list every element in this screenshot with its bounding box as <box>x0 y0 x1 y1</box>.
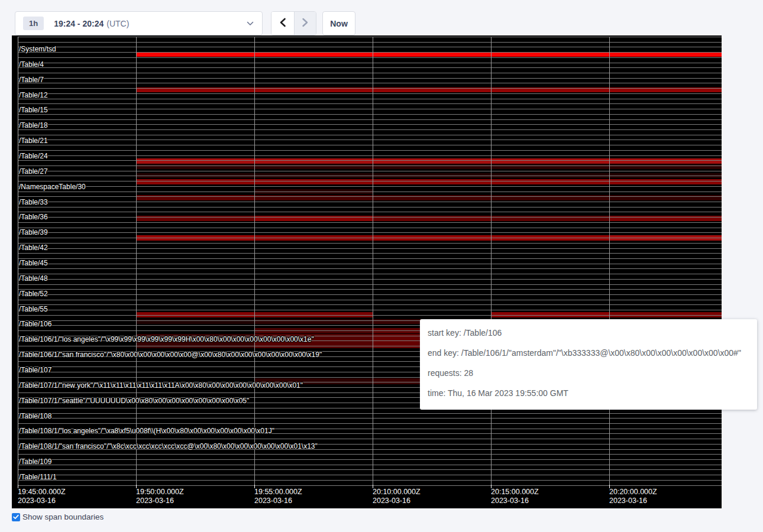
span-boundary-line <box>18 465 722 465</box>
row-label: /Table/48 <box>19 275 48 282</box>
row-label: /Table/33 <box>19 199 48 206</box>
span-boundary-line <box>18 279 722 280</box>
y-axis-line <box>18 37 18 485</box>
row-label: /Table/21 <box>19 137 48 144</box>
span-boundary-line <box>18 150 722 151</box>
chevron-left-icon <box>279 18 286 29</box>
now-button[interactable]: Now <box>322 11 355 35</box>
bucket-tooltip: start key: /Table/106 end key: /Table/10… <box>420 319 757 410</box>
time-grid-line <box>254 37 255 485</box>
footer: Show span boundaries <box>12 512 104 521</box>
row-label: /System/tsd <box>19 46 56 53</box>
time-grid-line <box>136 37 137 485</box>
row-label: /NamespaceTable/30 <box>19 183 86 190</box>
span-boundary-line <box>18 42 722 43</box>
x-axis-tick-label: 19:55:00.000Z2023-03-16 <box>254 488 302 505</box>
time-grid-line <box>609 37 610 485</box>
row-label: /Table/108/1/"san francisco"/"\x8c\xcc\x… <box>19 443 318 450</box>
span-boundary-line <box>18 253 722 254</box>
span-boundary-line <box>18 99 722 99</box>
span-boundary-line <box>18 202 722 202</box>
span-boundary-line <box>18 243 722 244</box>
span-boundary-line <box>18 47 722 47</box>
span-boundary-line <box>18 268 722 269</box>
row-label: /Table/39 <box>19 229 48 236</box>
span-boundary-line <box>18 238 722 238</box>
span-boundary-line <box>18 207 722 207</box>
span-boundary-line <box>18 304 722 305</box>
span-boundary-line <box>18 248 722 249</box>
span-boundary-line <box>18 222 722 223</box>
time-forward-button[interactable] <box>294 12 316 35</box>
span-boundary-line <box>18 413 722 414</box>
span-boundary-line <box>18 228 722 228</box>
span-boundary-line <box>18 93 722 94</box>
span-boundary-line <box>18 232 722 233</box>
x-axis-tick-label: 20:15:00.000Z2023-03-16 <box>491 488 539 505</box>
row-label: /Table/108/1/"los angeles"/"\xa8\xf5\u00… <box>19 427 274 434</box>
span-boundary-line <box>18 475 722 475</box>
heat-band <box>136 52 722 57</box>
span-boundary-line <box>18 135 722 135</box>
span-boundary-line <box>18 294 722 295</box>
span-boundary-line <box>18 67 722 68</box>
span-boundary-line <box>18 119 722 120</box>
span-boundary-line <box>18 310 722 310</box>
span-boundary-line <box>18 186 722 187</box>
row-label: /Table/12 <box>19 92 48 99</box>
time-range-selector[interactable]: 1h 19:24 - 20:24 (UTC) <box>15 11 263 35</box>
span-boundary-line <box>18 129 722 130</box>
row-label: /Table/27 <box>19 168 48 175</box>
heat-band <box>136 158 722 164</box>
time-range-zone: (UTC) <box>106 19 129 28</box>
span-boundary-line <box>18 57 722 58</box>
span-boundary-line <box>18 439 722 439</box>
row-label: /Table/108 <box>19 413 51 420</box>
row-label: /Table/4 <box>19 61 44 68</box>
show-span-boundaries-label: Show span boundaries <box>22 512 104 521</box>
row-label: /Table/106/1/"san francisco"/"\x80\x00\x… <box>19 351 322 358</box>
chevron-right-icon <box>302 18 309 29</box>
time-range-duration-badge: 1h <box>23 17 44 30</box>
row-label: /Table/106 <box>19 320 51 327</box>
span-boundary-line <box>18 217 722 218</box>
tooltip-requests: requests: 28 <box>428 367 749 379</box>
span-boundary-line <box>18 196 722 197</box>
x-axis-tick-label: 19:50:00.000Z2023-03-16 <box>136 488 184 505</box>
row-label: /Table/24 <box>19 153 48 160</box>
span-boundary-line <box>18 300 722 300</box>
span-boundary-line <box>18 160 722 161</box>
row-label: /Table/42 <box>19 244 48 251</box>
span-boundary-line <box>18 469 722 470</box>
chevron-down-icon <box>247 21 254 26</box>
span-boundary-line <box>18 212 722 212</box>
tooltip-end-key: end key: /Table/106/1/"amsterdam"/"\xb33… <box>428 347 749 359</box>
span-boundary-line <box>18 284 722 285</box>
span-boundary-line <box>18 258 722 259</box>
span-boundary-line <box>18 166 722 166</box>
span-boundary-line <box>18 176 722 176</box>
span-boundary-line <box>18 73 722 73</box>
span-boundary-line <box>18 485 722 486</box>
span-boundary-line <box>18 289 722 290</box>
span-boundary-line <box>18 171 722 171</box>
span-boundary-line <box>18 103 722 104</box>
row-label: /Table/107/1/"seattle"/"UUUUUUD\x00\x80\… <box>19 397 249 404</box>
row-label: /Table/107/1/"new york"/"\x11\x11\x11\x1… <box>19 382 303 389</box>
tooltip-start-key: start key: /Table/106 <box>428 327 749 339</box>
key-visualizer-canvas[interactable]: /System/tsd/Table/4/Table/7/Table/12/Tab… <box>12 35 722 508</box>
time-nav-group <box>271 11 316 35</box>
row-label: /Table/52 <box>19 290 48 297</box>
span-boundary-line <box>18 480 722 481</box>
row-label: /Table/45 <box>19 259 48 267</box>
row-label: /Table/109 <box>19 458 51 465</box>
time-back-button[interactable] <box>271 12 294 35</box>
show-span-boundaries-checkbox[interactable] <box>12 513 20 521</box>
span-boundary-line <box>18 418 722 419</box>
span-boundary-line <box>18 192 722 192</box>
row-label: /Table/111/1 <box>19 473 57 481</box>
span-boundary-line <box>18 274 722 274</box>
span-boundary-line <box>18 37 722 37</box>
x-axis-tick-label: 20:10:00.000Z2023-03-16 <box>373 488 421 505</box>
time-grid-line <box>491 37 492 485</box>
